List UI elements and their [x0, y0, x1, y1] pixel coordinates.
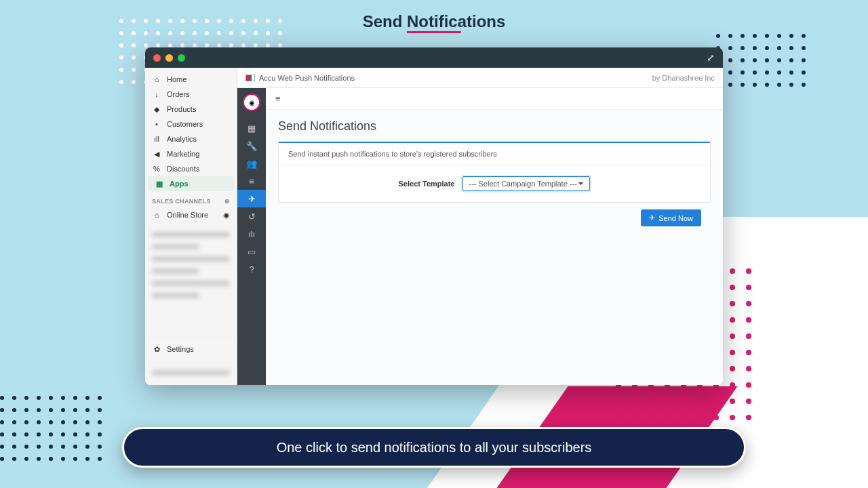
orders-icon: ↓ [152, 89, 161, 99]
expand-icon[interactable]: ⤢ [707, 52, 715, 63]
main-panel: ≡ Send Notifications Send instant push n… [266, 88, 723, 385]
nav-label: Settings [167, 345, 194, 353]
nav-marketing[interactable]: ◀ Marketing [145, 146, 237, 161]
nav-label: Online Store [167, 211, 208, 219]
user-icon: • [152, 119, 161, 129]
inner-nav-list[interactable]: ≡ [237, 172, 266, 190]
inner-nav-help[interactable]: ? [237, 260, 266, 278]
paper-plane-icon: ✈ [248, 194, 256, 204]
send-now-button[interactable]: ✈ Send Now [641, 209, 701, 226]
nav-label: Analytics [167, 135, 197, 143]
nav-analytics[interactable]: ıll Analytics [145, 131, 237, 146]
nav-label: Customers [167, 120, 203, 128]
nav-apps[interactable]: ▦ Apps [148, 176, 234, 191]
chart-icon: ılı [248, 229, 255, 239]
bg-dots-navy [716, 34, 806, 87]
nav-label: Orders [167, 90, 190, 98]
megaphone-icon: ◀ [152, 149, 161, 159]
nav-customers[interactable]: • Customers [145, 117, 237, 131]
panel-title: Send Notifications [278, 119, 711, 134]
help-icon: ? [249, 264, 254, 274]
title-underline [407, 31, 461, 33]
bottom-caption-pill: One click to send notifications to all y… [122, 427, 746, 468]
inner-nav-tools[interactable]: 🔧 [237, 137, 266, 155]
maximize-window-icon[interactable] [178, 54, 185, 62]
inner-nav-reports[interactable]: ılı [237, 225, 266, 243]
template-select[interactable]: --- Select Campaign Template --- [462, 176, 590, 191]
app-logo-icon: ◉ [243, 94, 260, 111]
shopify-sidebar: ⌂ Home ↓ Orders ◆ Products • Customers ı… [145, 68, 237, 385]
sales-channels-header: SALES CHANNELS ⊕ [145, 191, 237, 207]
minimize-window-icon[interactable] [165, 54, 173, 62]
card-footer: ✈ Send Now [278, 203, 711, 233]
window-titlebar: ⤢ [145, 47, 723, 68]
nav-label: Marketing [167, 150, 199, 158]
bar-chart-icon: ıll [152, 134, 161, 144]
send-card: Send instant push notifications to store… [278, 142, 711, 203]
inner-nav-history[interactable]: ↺ [237, 207, 266, 225]
store-icon: ⌂ [152, 210, 161, 220]
nav-label: Apps [170, 180, 189, 188]
nav-label: Discounts [167, 165, 199, 173]
inner-nav-billing[interactable]: ▭ [237, 243, 266, 260]
blurred-apps [152, 225, 230, 305]
bottom-caption-text: One click to send notifications to all y… [277, 440, 592, 455]
nav-orders[interactable]: ↓ Orders [145, 87, 237, 102]
percent-icon: % [152, 164, 161, 174]
card-description: Send instant push notifications to store… [279, 143, 710, 165]
grid-icon: ▦ [248, 123, 256, 134]
apps-icon: ▦ [155, 179, 164, 188]
section-label: SALES CHANNELS [152, 198, 211, 205]
template-row: Select Template --- Select Campaign Temp… [279, 165, 710, 202]
app-flag-icon [245, 75, 255, 81]
send-button-label: Send Now [658, 214, 693, 222]
app-header: Accu Web Push Notifications by Dhanashre… [237, 68, 723, 88]
browser-window: ⤢ ⌂ Home ↓ Orders ◆ Products • Customers… [145, 47, 723, 385]
page-title: Send Notifications [363, 12, 506, 31]
hamburger-bar: ≡ [266, 88, 723, 110]
tag-icon: ◆ [152, 104, 161, 114]
nav-products[interactable]: ◆ Products [145, 102, 237, 117]
home-icon: ⌂ [152, 75, 161, 84]
nav-label: Products [167, 105, 196, 113]
bg-dots-black [0, 396, 102, 461]
card-icon: ▭ [248, 247, 256, 257]
paper-plane-icon: ✈ [649, 214, 655, 222]
wrench-icon: 🔧 [246, 141, 257, 151]
nav-discounts[interactable]: % Discounts [145, 161, 237, 176]
app-name: Accu Web Push Notifications [259, 74, 355, 82]
template-label: Select Template [399, 180, 455, 188]
blurred-footer [152, 363, 230, 382]
close-window-icon[interactable] [153, 54, 161, 62]
list-icon: ≡ [249, 176, 254, 186]
inner-nav-subscribers[interactable]: 👥 [237, 155, 266, 172]
hamburger-icon[interactable]: ≡ [275, 94, 281, 104]
app-inner-sidebar: ◉ ▦ 🔧 👥 ≡ ✈ ↺ ılı ▭ ? [237, 88, 266, 385]
vendor-name: by Dhanashree Inc [652, 74, 715, 82]
inner-nav-dashboard[interactable]: ▦ [237, 119, 266, 137]
users-icon: 👥 [246, 159, 257, 169]
nav-online-store[interactable]: ⌂ Online Store ◉ [145, 207, 237, 222]
traffic-lights [153, 54, 185, 62]
history-icon: ↺ [248, 211, 256, 222]
nav-settings[interactable]: ✿ Settings [145, 337, 237, 361]
nav-label: Home [167, 75, 186, 83]
eye-icon[interactable]: ◉ [223, 211, 230, 220]
gear-icon: ✿ [152, 344, 161, 354]
inner-nav-send[interactable]: ✈ [237, 190, 266, 207]
add-channel-icon[interactable]: ⊕ [224, 198, 230, 205]
nav-home[interactable]: ⌂ Home [145, 72, 237, 87]
